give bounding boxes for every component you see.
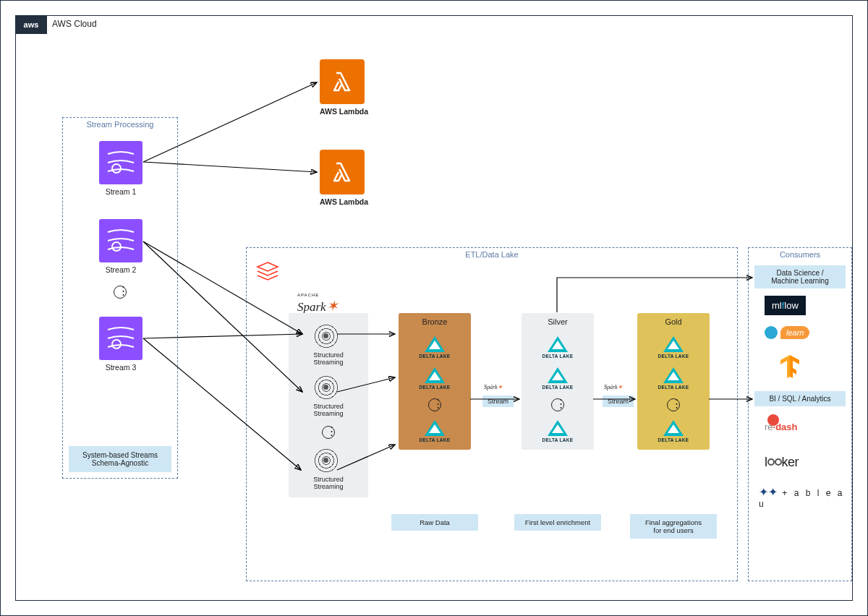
group-stream-title: Stream Processing — [63, 120, 177, 129]
delta-lake-icon — [663, 336, 684, 352]
delta-lake-icon — [548, 367, 568, 383]
ellipsis-icon — [551, 398, 564, 411]
stream-pill: Stream — [603, 395, 634, 407]
svg-point-2 — [112, 340, 121, 348]
tableau-logo: ✦✦ + a b l e a u — [759, 485, 851, 509]
structured-stream-icon — [313, 323, 339, 349]
svg-point-0 — [112, 164, 121, 173]
cloud-title: AWS Cloud — [52, 19, 97, 29]
consumer-bi-analytics: BI / SQL / Analytics — [754, 391, 846, 406]
delta-lake-icon — [663, 367, 684, 383]
structured-stream-icon — [313, 448, 339, 474]
ellipsis-icon — [322, 426, 335, 439]
databricks-icon — [255, 261, 280, 286]
redash-logo: re·dash — [765, 422, 798, 432]
group-stream-processing: Stream Processing Stream 1 Stream 2 Stre… — [62, 117, 178, 479]
lambda-1-label: AWS Lambda — [320, 107, 368, 116]
delta-lake-icon — [425, 336, 445, 352]
delta-lake-icon — [548, 420, 568, 436]
spark-mini-icon: Spárk✶ — [604, 384, 623, 390]
sklearn-logo: learn — [765, 326, 809, 339]
mlflow-logo: mlflow — [765, 296, 806, 315]
lambda-2-label: AWS Lambda — [320, 197, 368, 206]
kinesis-stream-icon — [99, 219, 142, 262]
structured-stream-icon — [313, 375, 339, 401]
stream-2-label: Stream 2 — [99, 265, 142, 274]
stream-pill: Stream — [482, 395, 514, 407]
kinesis-stream-icon — [99, 141, 142, 184]
delta-lake-icon — [425, 367, 445, 383]
ellipsis-icon — [114, 286, 127, 299]
kinesis-stream-icon — [99, 317, 142, 360]
ellipsis-icon — [667, 398, 680, 411]
spark-mini-icon: Spárk✶ — [484, 384, 503, 390]
group-etl-title: ETL/Data Lake — [247, 250, 737, 259]
aws-lambda-icon — [320, 59, 365, 104]
delta-lake-icon — [548, 336, 568, 352]
streams-caption: System-based Streams Schema-Agnostic — [69, 446, 171, 472]
stage-structured-streaming: Structured Streaming Structured Streamin… — [289, 313, 368, 497]
delta-lake-icon — [663, 420, 684, 436]
tensorflow-logo — [779, 355, 801, 380]
stage-gold: Gold DELTA LAKE DELTA LAKE DELTA LAKE Fi… — [637, 313, 710, 450]
aws-lambda-icon — [320, 150, 365, 194]
apache-spark-logo: APACHE Spark✶ — [297, 293, 339, 315]
ellipsis-icon — [428, 398, 441, 411]
delta-lake-icon — [425, 420, 445, 436]
group-etl-datalake: ETL/Data Lake APACHE Spark✶ Structured S… — [246, 247, 738, 581]
group-consumers: Consumers Data Science / Machine Learnin… — [748, 247, 852, 581]
consumer-data-science: Data Science / Machine Learning — [754, 265, 846, 288]
looker-logo: lker — [765, 455, 799, 470]
aws-badge-icon: aws — [15, 15, 47, 34]
stage-bronze: Bronze DELTA LAKE DELTA LAKE DELTA LAKE … — [399, 313, 471, 450]
stream-1-label: Stream 1 — [99, 187, 142, 196]
aws-cloud-frame: aws AWS Cloud Stream Processing Stream 1… — [15, 15, 853, 601]
stage-silver: Silver DELTA LAKE DELTA LAKE DELTA LAKE … — [522, 313, 594, 450]
group-consumers-title: Consumers — [749, 250, 851, 259]
svg-point-1 — [112, 242, 121, 251]
stream-3-label: Stream 3 — [99, 363, 142, 372]
